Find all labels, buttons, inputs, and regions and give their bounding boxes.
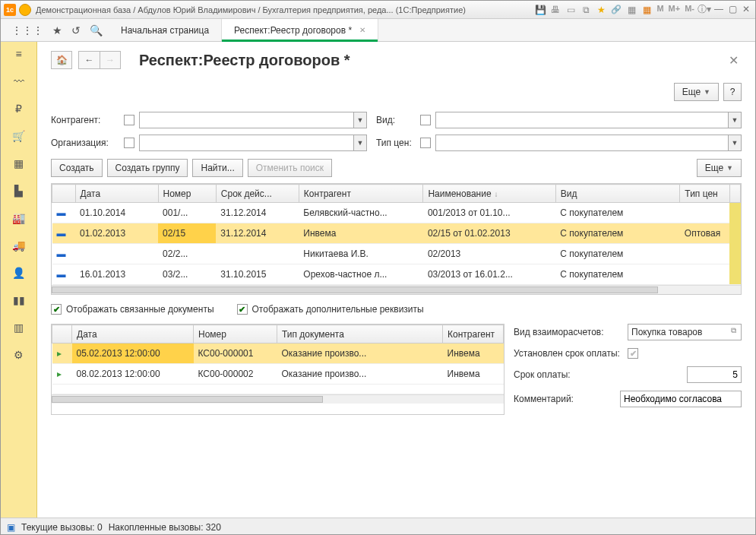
info-icon[interactable]: ⓘ▾ [697, 4, 711, 16]
calendar-icon[interactable]: ▦ [640, 4, 653, 16]
sidebar-personnel-icon[interactable]: 👤 [10, 267, 28, 282]
col-name[interactable]: Наименование↓ [423, 185, 555, 203]
col-icon[interactable] [52, 325, 72, 343]
table-vscroll[interactable] [729, 185, 740, 203]
back-button[interactable]: ← [78, 51, 100, 69]
tab-contracts-registry[interactable]: Респект:Реестр договоров * ✕ [222, 19, 378, 41]
col-doctype[interactable]: Тип документа [277, 325, 443, 343]
payment-deadline-input[interactable] [687, 366, 742, 383]
subtable-hscroll[interactable] [52, 394, 504, 404]
comment-input[interactable] [620, 391, 742, 407]
col-number[interactable]: Номер [158, 185, 216, 203]
counterparty-filter-checkbox[interactable] [124, 115, 134, 125]
apps-grid-icon[interactable]: ⋮⋮⋮ [11, 24, 43, 36]
find-button[interactable]: Найти... [192, 159, 242, 177]
status-bar: ▣ Текущие вызовы: 0 Накопленные вызовы: … [1, 518, 755, 535]
hscroll-thumb[interactable] [52, 286, 658, 293]
payment-deadline-set-checkbox[interactable]: ✔ [628, 348, 638, 359]
col-number[interactable]: Номер [194, 325, 277, 343]
page-title: Респект:Реестр договоров * [139, 52, 726, 69]
table-more-button[interactable]: Еще ▼ [697, 159, 742, 177]
sidebar-main-icon[interactable]: ≡ [10, 48, 28, 63]
sidebar-transport-icon[interactable]: 🚚 [10, 239, 28, 255]
help-button[interactable]: ? [723, 83, 742, 101]
forward-button[interactable]: → [100, 51, 121, 69]
table-row[interactable]: ▬ 16.01.2013 03/2... 31.10.2015 Орехов-ч… [52, 264, 741, 285]
details-panel: Вид взаиморасчетов: Покупка товаров ⧉ Ус… [514, 324, 742, 415]
sidebar-money-icon[interactable]: ₽ [10, 103, 28, 118]
doc-icon: ▸ [57, 348, 62, 359]
table-row[interactable]: ▬ 02/2... Никитаева И.В. 02/2013 С покуп… [52, 244, 741, 264]
star-icon[interactable]: ★ [52, 24, 62, 36]
cancel-search-button[interactable]: Отменить поиск [248, 159, 332, 177]
app-menu-dropdown[interactable] [19, 4, 31, 16]
table-row[interactable]: ▬ 01.02.2013 02/15 31.12.2014 Инвема 02/… [52, 223, 741, 244]
close-window-button[interactable]: ✕ [740, 4, 752, 14]
organization-filter-input[interactable] [139, 135, 353, 151]
sidebar-warehouse-icon[interactable]: ▦ [10, 157, 28, 173]
compare-icon[interactable]: ⧉ [579, 4, 593, 16]
create-button[interactable]: Создать [51, 159, 103, 177]
minimize-button[interactable]: — [713, 4, 725, 14]
type-filter-dropdown[interactable]: ▼ [728, 112, 742, 128]
close-tab-icon[interactable]: ✕ [359, 26, 365, 34]
print-icon[interactable]: 🖶 [549, 4, 562, 16]
memory-mminus[interactable]: M- [683, 4, 696, 16]
sidebar-reports-icon[interactable]: ▮▮ [10, 294, 28, 309]
doc-icon[interactable]: ▭ [564, 4, 577, 16]
col-counterparty[interactable]: Контрагент [443, 325, 504, 343]
sidebar-production-icon[interactable]: 🏭 [10, 212, 28, 227]
tab-label: Начальная страница [121, 25, 209, 36]
col-date[interactable]: Дата [72, 325, 194, 343]
memory-m[interactable]: M [655, 4, 665, 16]
sidebar-analytics-icon[interactable]: 〰 [10, 75, 28, 90]
checkbox-icon: ✔ [237, 304, 248, 315]
history-icon[interactable]: ↺ [71, 24, 81, 36]
col-validity[interactable]: Срок дейс... [216, 185, 299, 203]
organization-filter-label: Организация: [51, 138, 119, 148]
settlement-type-label: Вид взаиморасчетов: [514, 327, 623, 337]
organization-filter-dropdown[interactable]: ▼ [353, 135, 367, 151]
hscroll-thumb[interactable] [52, 396, 323, 403]
memory-mplus[interactable]: M+ [667, 4, 682, 16]
col-date[interactable]: Дата [75, 185, 158, 203]
table-row-partial[interactable] [52, 385, 504, 394]
tab-home[interactable]: Начальная страница [109, 19, 222, 41]
sidebar-directories-icon[interactable]: ▥ [10, 321, 28, 337]
settlement-type-field[interactable]: Покупка товаров ⧉ [628, 324, 742, 340]
col-type[interactable]: Вид [555, 185, 680, 203]
table-row[interactable]: ▸ 05.02.2013 12:00:00 КС00-000001 Оказан… [52, 343, 504, 364]
price-type-filter-checkbox[interactable] [420, 138, 431, 148]
sidebar-purchases-icon[interactable]: 🛒 [10, 130, 28, 145]
table-row[interactable]: ▬ 01.10.2014 001/... 31.12.2014 Белявски… [52, 203, 741, 223]
sidebar-settings-icon[interactable]: ⚙ [10, 349, 28, 364]
home-button[interactable]: 🏠 [51, 51, 72, 69]
price-type-filter-dropdown[interactable]: ▼ [728, 135, 742, 151]
more-button[interactable]: Еще ▼ [674, 83, 719, 101]
favorite-icon[interactable]: ★ [594, 4, 608, 16]
open-dialog-icon[interactable]: ⧉ [727, 326, 739, 338]
type-filter-input[interactable] [435, 112, 728, 128]
price-type-filter-input[interactable] [435, 135, 728, 151]
calc-icon[interactable]: ▦ [625, 4, 638, 16]
show-related-docs-checkbox[interactable]: ✔ Отображать связанные документы [51, 304, 214, 315]
link-icon[interactable]: 🔗 [609, 4, 623, 16]
counterparty-filter-dropdown[interactable]: ▼ [353, 112, 367, 128]
table-hscroll[interactable] [52, 285, 741, 294]
contracts-table: Дата Номер Срок дейс... Контрагент Наиме… [51, 183, 742, 295]
table-vscroll-thumb[interactable] [729, 203, 740, 285]
maximize-button[interactable]: ▢ [726, 4, 739, 14]
col-icon[interactable] [52, 185, 76, 203]
organization-filter-checkbox[interactable] [124, 138, 134, 148]
search-icon[interactable]: 🔍 [90, 24, 103, 36]
sidebar-assets-icon[interactable]: ▙ [10, 185, 28, 200]
close-page-icon[interactable]: ✕ [726, 53, 742, 68]
show-extra-attrs-checkbox[interactable]: ✔ Отображать дополнительные реквизиты [237, 304, 424, 315]
col-price-type[interactable]: Тип цен [680, 185, 729, 203]
col-counterparty[interactable]: Контрагент [299, 185, 423, 203]
table-row[interactable]: ▸ 08.02.2013 12:00:00 КС00-000002 Оказан… [52, 364, 504, 385]
counterparty-filter-input[interactable] [139, 112, 353, 128]
type-filter-checkbox[interactable] [420, 115, 431, 125]
save-icon[interactable]: 💾 [533, 4, 547, 16]
create-group-button[interactable]: Создать группу [107, 159, 188, 177]
